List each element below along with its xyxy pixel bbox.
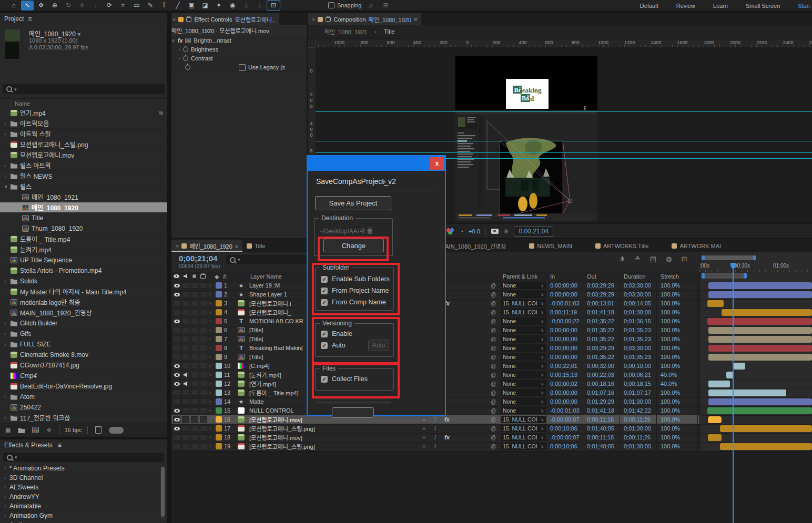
effect-prop-row[interactable]: › Brightness -150 [168,45,307,54]
lock-switch[interactable] [200,425,207,432]
num-column-header[interactable]: # [223,273,226,280]
layer-out-value[interactable]: 0;00;11;18 [587,415,618,424]
layer-expand-chevron[interactable]: › [209,371,211,379]
checkbox-auto[interactable]: ✓Auto [321,342,346,349]
layer-label-chip[interactable] [216,416,222,423]
pickwhip-icon[interactable]: @ [491,308,496,316]
chevron-icon[interactable]: › [4,279,11,284]
layer-label-chip[interactable] [216,363,222,369]
timeline-time-ruler[interactable]: :00s00:30s01:00s [699,263,812,272]
selection-tool[interactable]: ↖ [21,1,34,11]
solo-switch[interactable] [191,443,198,449]
pickwhip-icon[interactable]: @ [491,362,496,370]
parent-dropdown[interactable]: None∨ [501,380,546,387]
parent-dropdown[interactable]: None∨ [501,353,546,361]
layer-row[interactable]: ›13[도롱이 _ Title.mp4]@None∨0;00;00;000;01… [171,388,812,398]
video-switch[interactable] [173,443,180,449]
lock-switch[interactable] [200,407,207,414]
layer-expand-chevron[interactable]: › [209,344,211,352]
layer-duration-bar[interactable] [707,407,812,414]
project-item[interactable]: 눈켜기.mp4 [0,244,167,255]
audio-switch[interactable] [182,416,189,423]
layer-out-value[interactable]: 0;01;35;22 [587,326,618,334]
show-snapshot-icon[interactable]: ◉ [504,228,509,234]
layer-expand-chevron[interactable]: › [209,326,211,334]
checkbox-checked-icon[interactable]: ✓ [321,331,328,337]
audio-switch[interactable] [182,309,189,315]
layer-row[interactable]: ›7[Title]@None∨0;00;00;000;01;35;220;01;… [171,335,812,344]
fx-badge[interactable]: fx [444,415,450,424]
layer-dur-value[interactable]: 0;00;11;26 [624,415,655,424]
layer-expand-chevron[interactable]: › [209,380,211,388]
layer-out-value[interactable]: 0;00;13;01 [587,299,618,307]
layer-stretch-value[interactable]: 100.0% [661,326,692,334]
layer-in-value[interactable]: -0;00;01;03 [550,299,582,307]
layer-name[interactable]: [Title] [249,335,263,343]
layer-duration-bar[interactable] [708,282,812,289]
solo-switch[interactable] [191,416,198,423]
workspace-small-screen[interactable]: Small Screen [746,3,780,9]
timeline-navigator[interactable] [702,255,756,260]
layer-in-value[interactable]: 0;00;15;13 [550,371,582,379]
audio-switch[interactable] [182,398,189,405]
video-switch[interactable] [173,318,180,324]
work-area-bar[interactable] [702,273,747,279]
audio-switch[interactable] [182,363,189,369]
layer-out-value[interactable]: 0;01;07;16 [587,388,618,397]
fx-badge[interactable]: fx [444,433,450,442]
layer-expand-chevron[interactable]: › [209,308,211,316]
quality-slash-icon[interactable]: / [434,442,436,450]
layer-dur-value[interactable]: 0;01;35;23 [624,335,655,343]
lock-switch[interactable] [200,309,207,315]
rotation-tool[interactable]: ⟳ [103,1,116,11]
parent-dropdown[interactable]: None∨ [501,326,546,334]
video-switch[interactable] [173,300,180,306]
video-switch[interactable] [173,291,180,298]
lock-switch[interactable] [200,389,207,396]
checkbox-collect-files[interactable]: ✓Collect Files [321,375,368,383]
timeline-tab-메인_1080_1920[interactable]: ×메인_1080_1920≡ [171,240,242,252]
layer-dur-value[interactable]: 0;01;35;23 [624,326,655,334]
project-item[interactable]: ›아트웍모음 [0,118,167,129]
chevron-icon[interactable]: › [4,173,11,179]
project-item[interactable]: My Mister 나의 아저씨 - Main Title.mp4 [0,286,167,297]
project-scroll-thumb[interactable] [109,427,124,434]
brush-tool[interactable]: ╱ [171,1,184,11]
layer-dur-value[interactable]: 0;03;30;00 [624,281,655,290]
quality-icon[interactable]: ≐ [422,442,426,450]
layer-duration-bar[interactable] [708,434,722,441]
color-depth-button[interactable]: 16 bpc [59,426,88,434]
layer-out-value[interactable]: 0;03;29;29 [587,281,618,290]
project-item[interactable]: ›Glitch Builder [0,318,167,329]
effects-scrollbar-thumb[interactable] [161,467,165,517]
quality-icon[interactable]: ≐ [422,415,426,424]
layer-stretch-value[interactable]: 40.0% [661,371,692,379]
panel-menu-icon[interactable]: ≡ [414,16,417,23]
quality-slash-icon[interactable]: / [434,424,436,433]
effect-prop-row[interactable]: › Contrast 100 [168,54,307,63]
audio-switch[interactable] [182,345,189,351]
draft-3d-icon[interactable]: ≙ [635,255,641,263]
checkbox-from-project-name[interactable]: ✓From Project Name [321,287,389,294]
parent-dropdown[interactable]: None∨ [501,282,546,289]
close-icon[interactable]: × [312,16,315,23]
layer-dur-value[interactable]: 0;03;30;00 [624,344,655,352]
layer-duration-bar[interactable] [708,291,812,298]
project-item[interactable]: Stella Artois - Promotion.mp4 [0,265,167,276]
pickwhip-icon[interactable]: @ [491,442,496,450]
channels-icon[interactable] [446,228,454,234]
layer-row[interactable]: ›2★Shape Layer 1@None∨0;00;00;000;03;29;… [171,290,812,300]
layer-out-value[interactable]: 0;03;29;29 [587,344,618,352]
workspace-review[interactable]: Review [676,3,695,9]
change-button[interactable]: Change [323,239,384,252]
parent-dropdown[interactable]: 15. NULL COI∨ [501,309,546,316]
effects-category[interactable]: ›Animatable [0,501,167,511]
hand-tool[interactable]: ✥ [35,1,47,11]
audio-switch[interactable] [182,381,189,387]
dialog-menu-icon[interactable]: ≡ [381,177,385,186]
project-item[interactable]: Cmp4 [0,371,167,381]
layer-dur-value[interactable]: 0;01;30;00 [624,424,655,433]
layer-in-value[interactable]: 0;00;22;01 [550,362,582,370]
solo-switch[interactable] [191,282,198,289]
project-panel-menu-icon[interactable]: ≡ [28,13,32,25]
